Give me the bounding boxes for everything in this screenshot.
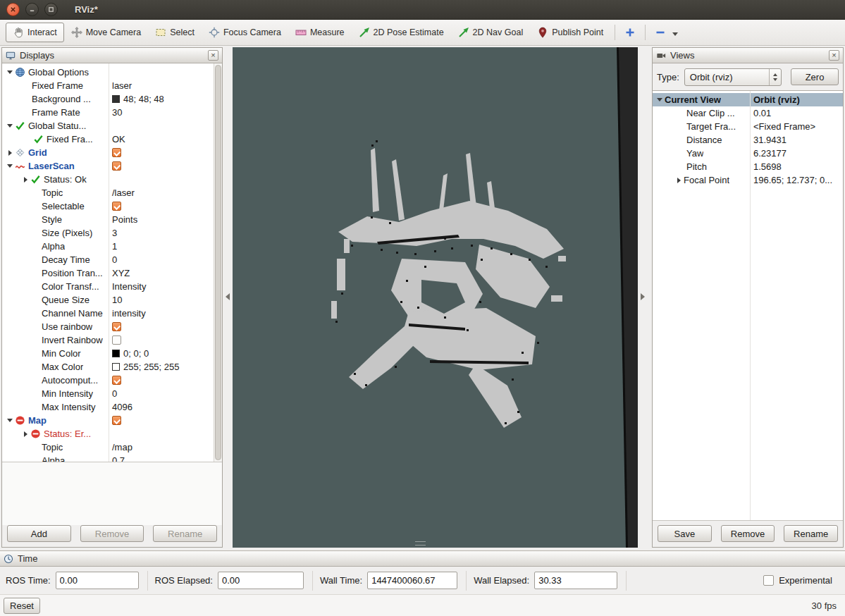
tool-focus-camera[interactable]: Focus Camera [202, 23, 288, 42]
row-use-rainbow[interactable]: Use rainbow [2, 320, 222, 333]
displays-panel-buttons: Add Remove Rename [2, 525, 222, 542]
tool-move-camera[interactable]: Move Camera [64, 23, 149, 42]
expander-icon[interactable] [674, 178, 684, 183]
wall-time-input[interactable] [367, 572, 457, 589]
row-global-status-fixed-frame[interactable]: Fixed Fra... OK [2, 133, 222, 146]
bottom-splitter-handle[interactable] [415, 541, 426, 546]
tool-select[interactable]: Select [148, 23, 202, 42]
vertical-scrollbar[interactable] [214, 63, 222, 462]
expander-icon[interactable] [655, 98, 665, 101]
row-position-transformer[interactable]: Position Tran... XYZ [2, 266, 222, 280]
ros-elapsed-input[interactable] [218, 572, 304, 589]
property-checkbox[interactable] [112, 376, 121, 385]
row-global-options[interactable]: Global Options [2, 66, 222, 79]
type-label: Type: [657, 72, 679, 82]
row-laserscan-status[interactable]: Status: Ok [2, 173, 222, 186]
row-color-transformer[interactable]: Color Transf... Intensity [2, 280, 222, 293]
property-checkbox[interactable] [112, 335, 121, 345]
row-decay-time[interactable]: Decay Time 0 [2, 253, 222, 266]
scrollbar-thumb[interactable] [215, 65, 221, 460]
left-splitter-collapse-arrow[interactable] [226, 293, 230, 300]
panel-title: Time [18, 553, 37, 564]
experimental-checkbox[interactable] [763, 575, 774, 586]
display-enabled-checkbox[interactable] [112, 161, 121, 171]
row-target-frame[interactable]: Target Fra... <Fixed Frame> [653, 120, 843, 133]
remove-display-button[interactable]: Remove [80, 525, 144, 542]
row-size-pixels[interactable]: Size (Pixels) 3 [2, 226, 222, 240]
remove-tool-button[interactable] [650, 23, 671, 42]
property-checkbox[interactable] [112, 202, 121, 211]
tool-interact[interactable]: Interact [6, 23, 64, 42]
row-min-intensity[interactable]: Min Intensity 0 [2, 387, 222, 400]
toolbar-dropdown-caret[interactable] [672, 32, 678, 36]
row-near-clip[interactable]: Near Clip ... 0.01 [653, 106, 843, 120]
expander-icon[interactable] [5, 150, 15, 156]
row-max-color[interactable]: Max Color 255; 255; 255 [2, 360, 222, 374]
window-close-button[interactable] [6, 3, 20, 16]
combo-spin-arrows-icon[interactable] [769, 69, 781, 85]
views-property-tree: Current View Orbit (rviz) Near Clip ... … [653, 90, 843, 521]
green-arrow-icon [458, 27, 469, 38]
row-autocompute[interactable]: Autocomput... [2, 374, 222, 387]
row-distance[interactable]: Distance 31.9431 [653, 133, 843, 147]
right-splitter-collapse-arrow[interactable] [641, 293, 645, 300]
row-selectable[interactable]: Selectable [2, 199, 222, 213]
expander-icon[interactable] [20, 177, 30, 183]
ros-time-field: ROS Time: [6, 571, 148, 591]
row-channel-name[interactable]: Channel Name intensity [2, 307, 222, 320]
save-view-button[interactable]: Save [658, 525, 712, 542]
row-background-color[interactable]: Background ... 48; 48; 48 [2, 92, 222, 106]
row-global-status[interactable]: Global Statu... [2, 119, 222, 133]
reset-button[interactable]: Reset [4, 598, 40, 614]
zero-button[interactable]: Zero [791, 68, 839, 85]
row-current-view[interactable]: Current View Orbit (rviz) [653, 93, 843, 106]
experimental-option: Experimental [763, 575, 839, 586]
property-checkbox[interactable] [112, 322, 121, 331]
expander-icon[interactable] [5, 70, 15, 74]
tool-measure[interactable]: Measure [288, 23, 352, 42]
row-laserscan-display[interactable]: LaserScan [2, 159, 222, 173]
row-grid-display[interactable]: Grid [2, 146, 222, 159]
row-focal-point[interactable]: Focal Point 196.65; 12.737; 0... [653, 173, 843, 187]
wall-elapsed-input[interactable] [534, 572, 617, 589]
expander-icon[interactable] [5, 164, 15, 168]
close-icon[interactable]: × [208, 50, 218, 61]
expander-icon[interactable] [5, 124, 15, 128]
tool-2d-nav-goal[interactable]: 2D Nav Goal [451, 23, 531, 42]
row-map-alpha[interactable]: Alpha 0.7 [2, 454, 222, 462]
3d-viewport[interactable] [233, 47, 638, 548]
row-topic[interactable]: Topic /laser [2, 186, 222, 199]
row-style[interactable]: Style Points [2, 213, 222, 226]
row-invert-rainbow[interactable]: Invert Rainbow [2, 333, 222, 347]
toolbar-separator [645, 25, 646, 40]
row-map-status[interactable]: Status: Er... [2, 427, 222, 441]
rename-view-button[interactable]: Rename [784, 525, 838, 542]
row-frame-rate[interactable]: Frame Rate 30 [2, 106, 222, 119]
add-display-button[interactable]: Add [7, 525, 71, 542]
error-icon [15, 415, 25, 426]
display-enabled-checkbox[interactable] [112, 148, 121, 157]
remove-view-button[interactable]: Remove [721, 525, 775, 542]
display-enabled-checkbox[interactable] [112, 416, 121, 425]
rename-display-button[interactable]: Rename [153, 525, 217, 542]
row-alpha[interactable]: Alpha 1 [2, 240, 222, 253]
expander-icon[interactable] [5, 419, 15, 422]
row-map-topic[interactable]: Topic /map [2, 441, 222, 454]
tool-2d-pose-estimate[interactable]: 2D Pose Estimate [352, 23, 451, 42]
row-max-intensity[interactable]: Max Intensity 4096 [2, 400, 222, 414]
row-pitch[interactable]: Pitch 1.5698 [653, 160, 843, 173]
row-min-color[interactable]: Min Color 0; 0; 0 [2, 347, 222, 360]
window-minimize-button[interactable] [25, 3, 39, 16]
add-tool-button[interactable] [619, 23, 641, 42]
expander-icon[interactable] [20, 431, 30, 437]
laserscan-icon [15, 161, 25, 171]
row-yaw[interactable]: Yaw 6.23177 [653, 147, 843, 160]
row-map-display[interactable]: Map [2, 414, 222, 427]
ros-time-input[interactable] [56, 572, 139, 589]
view-type-combo[interactable]: Orbit (rviz) [684, 68, 782, 86]
window-maximize-button[interactable] [44, 3, 58, 16]
tool-publish-point[interactable]: Publish Point [530, 23, 610, 42]
row-fixed-frame[interactable]: Fixed Frame laser [2, 79, 222, 92]
row-queue-size[interactable]: Queue Size 10 [2, 293, 222, 307]
close-icon[interactable]: × [829, 50, 839, 61]
